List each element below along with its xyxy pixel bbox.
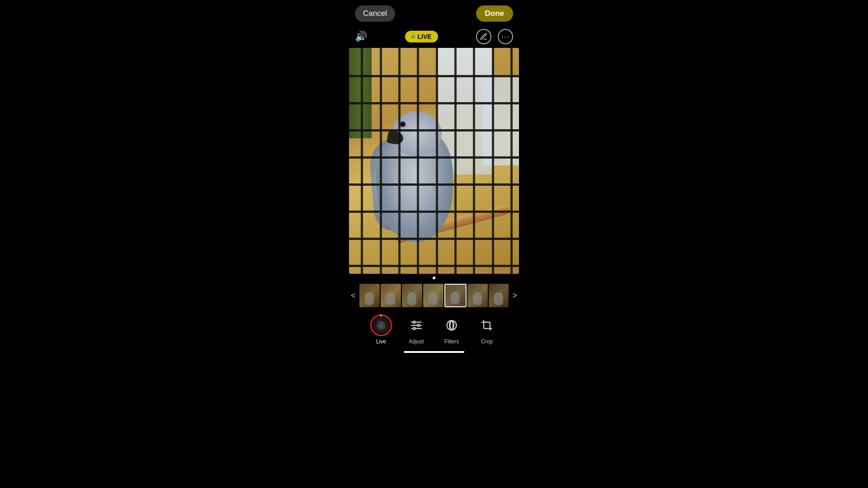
- svg-point-6: [417, 324, 420, 327]
- film-frame[interactable]: [402, 284, 422, 307]
- film-prev-button[interactable]: <: [349, 291, 358, 300]
- film-frame[interactable]: [359, 284, 380, 307]
- film-strip: <: [349, 284, 519, 307]
- film-frames: [359, 284, 509, 307]
- done-button[interactable]: Done: [476, 5, 514, 22]
- parrot-scene: [349, 48, 519, 274]
- svg-point-9: [413, 328, 415, 330]
- top-bar: Cancel Done: [346, 0, 522, 27]
- film-frame[interactable]: [489, 284, 509, 307]
- live-controls-bar: 🔊 LIVE ···: [346, 27, 522, 48]
- film-next-button[interactable]: >: [510, 291, 519, 300]
- adjust-tool-icon: [406, 314, 427, 336]
- adjust-tool-label: Adjust: [409, 338, 424, 345]
- film-frame[interactable]: [423, 284, 443, 307]
- live-badge-label: LIVE: [417, 33, 431, 40]
- tool-filters[interactable]: Filters: [441, 314, 462, 345]
- dots-indicator: [433, 277, 435, 279]
- live-dot: [411, 35, 415, 38]
- cancel-button[interactable]: Cancel: [355, 5, 395, 22]
- bottom-toolbar: Live Adjust: [346, 311, 522, 353]
- right-icons: ···: [476, 29, 513, 44]
- live-tool-label: Live: [376, 338, 386, 345]
- current-dot: [433, 277, 435, 279]
- home-indicator: [404, 351, 464, 353]
- film-frame[interactable]: [467, 284, 488, 307]
- volume-icon[interactable]: 🔊: [355, 31, 367, 42]
- crop-tool-label: Crop: [481, 338, 493, 345]
- tool-crop[interactable]: Crop: [476, 314, 498, 345]
- photo-view: [349, 48, 519, 274]
- svg-point-3: [413, 321, 415, 324]
- tool-live[interactable]: Live: [370, 314, 392, 345]
- live-arrow-icon: [379, 311, 383, 319]
- crop-tool-icon: [476, 314, 498, 336]
- tool-adjust[interactable]: Adjust: [406, 314, 427, 345]
- live-badge[interactable]: LIVE: [405, 31, 438, 42]
- filters-tool-icon: [441, 314, 462, 336]
- svg-point-12: [447, 321, 457, 330]
- live-tool-icon-wrap: [370, 314, 392, 336]
- film-frame-selected[interactable]: [444, 284, 467, 307]
- tool-items: Live Adjust: [370, 311, 498, 347]
- film-frame[interactable]: [381, 284, 401, 307]
- edit-text-icon[interactable]: [476, 29, 491, 44]
- filters-tool-label: Filters: [444, 338, 459, 345]
- more-options-icon[interactable]: ···: [498, 29, 513, 44]
